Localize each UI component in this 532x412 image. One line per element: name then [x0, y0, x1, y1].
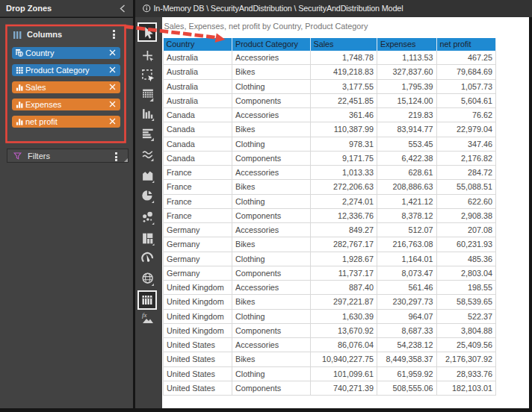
svg-text:fx: fx — [142, 311, 147, 319]
